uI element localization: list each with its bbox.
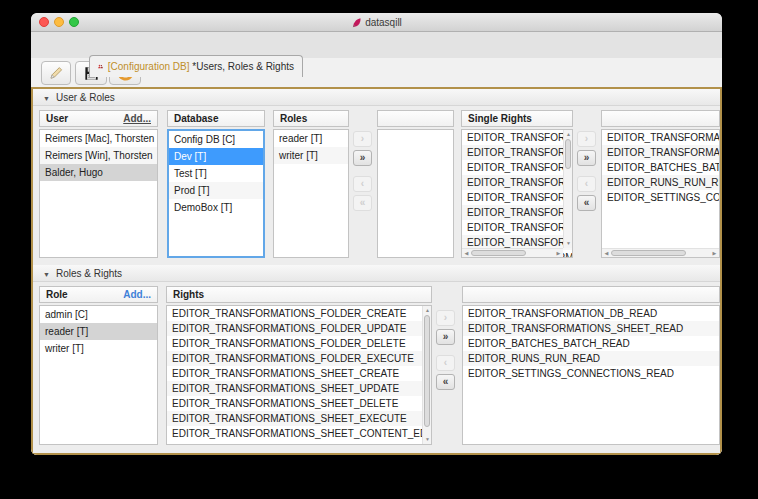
list-item[interactable]: writer [T]	[40, 340, 157, 357]
tab-document-label: *Users, Roles & Rights	[192, 61, 294, 72]
roles-move-all-right-button[interactable]: »	[353, 150, 372, 166]
scroll-right-icon[interactable]	[710, 249, 719, 258]
list-item[interactable]: EDITOR_RUNS_RUN_READ	[463, 351, 719, 366]
list-item[interactable]: Reimers [Mac], Thorsten	[40, 130, 157, 147]
window-title-text: datasqill	[365, 17, 402, 28]
rights-move-all-left-button[interactable]: «	[436, 374, 455, 390]
list-item[interactable]: EDITOR_TRANSFORMATIONS_FOLDER_EXECUTE	[462, 175, 572, 190]
scroll-down-icon[interactable]	[564, 239, 573, 248]
add-role-link[interactable]: Add...	[123, 289, 151, 300]
tab-context-label: [Configuration DB]	[108, 61, 190, 72]
single-rights-move-all-left-button[interactable]: «	[577, 195, 596, 211]
list-item[interactable]: EDITOR_TRANSFORMATIONS_FOLDER_DELETE	[167, 336, 431, 351]
list-item[interactable]: EDITOR_TRANSFORMATIONS_SHEET_DELETE	[462, 220, 572, 235]
scroll-left-icon[interactable]	[462, 249, 471, 258]
list-item[interactable]: Test [T]	[169, 165, 263, 182]
scroll-down-icon[interactable]	[423, 435, 432, 444]
scroll-up-icon[interactable]	[423, 306, 432, 315]
database-header-label: Database	[174, 113, 218, 124]
single-rights-move-all-right-button[interactable]: »	[577, 150, 596, 166]
list-item[interactable]: EDITOR_BATCHES_BATCH_READ	[463, 336, 719, 351]
role-list-header: Role Add...	[39, 286, 158, 303]
rights-move-all-right-button[interactable]: »	[436, 329, 455, 345]
single-rights-header-label: Single Rights	[468, 113, 532, 124]
rights-assigned-list[interactable]: EDITOR_TRANSFORMATION_DB_READEDITOR_TRAN…	[462, 305, 720, 445]
list-item[interactable]: EDITOR_TRANSFORMATIONS_FOLDER_DELETE	[462, 160, 572, 175]
edit-button[interactable]	[41, 61, 71, 85]
scroll-left-icon[interactable]	[602, 249, 611, 258]
rights-available-list[interactable]: EDITOR_TRANSFORMATIONS_FOLDER_CREATEEDIT…	[166, 305, 432, 445]
horizontal-scrollbar[interactable]	[602, 248, 719, 257]
single-rights-list-header: Single Rights	[461, 110, 573, 127]
list-item[interactable]: EDITOR_TRANSFORMATIONS_SHEET_CREATE	[462, 190, 572, 205]
section-title: Roles & Rights	[56, 268, 122, 279]
list-item[interactable]: EDITOR_TRANSFORMATIONS_SHEET_EXECUTE	[167, 411, 431, 426]
roles-transfer-buttons: ›»‹«	[353, 131, 373, 211]
list-item[interactable]: Dev [T]	[169, 148, 263, 165]
section-header-roles-rights[interactable]: Roles & Rights	[33, 265, 720, 282]
vertical-scrollbar[interactable]	[563, 130, 572, 248]
horizontal-scrollbar[interactable]	[462, 248, 563, 257]
list-item[interactable]: EDITOR_TRANSFORMATIONS_SHEET_DELETE	[167, 396, 431, 411]
tab-bar: [Configuration DB] *Users, Roles & Right…	[31, 32, 722, 58]
title-bar[interactable]: datasqill	[31, 13, 722, 32]
list-item[interactable]: EDITOR_TRANSFORMATIONS_SHEET_READ	[602, 145, 719, 160]
roles-move-left-button: ‹	[353, 176, 372, 192]
list-item[interactable]: Reimers [Win], Thorsten	[40, 147, 157, 164]
roles-available-list[interactable]: reader [T]writer [T]	[273, 129, 349, 258]
list-item[interactable]: EDITOR_TRANSFORMATIONS_SHEET_UPDATE	[167, 381, 431, 396]
list-item[interactable]: EDITOR_TRANSFORMATIONS_SHEET_CREATE	[167, 366, 431, 381]
rights-header-label: Rights	[173, 289, 204, 300]
list-item[interactable]: DemoBox [T]	[169, 199, 263, 216]
scrollbar-thumb[interactable]	[424, 315, 430, 427]
list-item[interactable]: EDITOR_SETTINGS_CONNECTIONS_READ	[602, 190, 719, 205]
list-item[interactable]: writer [T]	[274, 147, 348, 164]
role-list[interactable]: admin [C]reader [T]writer [T]	[39, 305, 158, 445]
rights-assigned-header	[462, 286, 720, 303]
list-item[interactable]: admin [C]	[40, 306, 157, 323]
scrollbar-thumb[interactable]	[611, 250, 686, 256]
list-item[interactable]: EDITOR_BATCHES_BATCH_READ	[602, 160, 719, 175]
rights-move-right-button: ›	[436, 310, 455, 326]
section-title: User & Roles	[56, 92, 115, 103]
role-header-label: Role	[46, 289, 68, 300]
user-list[interactable]: Reimers [Mac], ThorstenReimers [Win], Th…	[39, 129, 158, 258]
list-item[interactable]: Prod [T]	[169, 182, 263, 199]
list-item[interactable]: reader [T]	[274, 130, 348, 147]
list-item[interactable]: EDITOR_TRANSFORMATIONS_FOLDER_EXECUTE	[167, 351, 431, 366]
roles-header-label: Roles	[280, 113, 307, 124]
list-item[interactable]: EDITOR_TRANSFORMATIONS_SHEET_READ	[463, 321, 719, 336]
user-list-header: User Add...	[39, 110, 158, 127]
scrollbar-thumb[interactable]	[565, 139, 571, 169]
list-item[interactable]: EDITOR_TRANSFORMATIONS_SHEET_UPDATE	[462, 205, 572, 220]
scrollbar-thumb[interactable]	[471, 250, 526, 256]
list-item[interactable]: EDITOR_TRANSFORMATIONS_FOLDER_UPDATE	[462, 145, 572, 160]
list-item[interactable]: EDITOR_TRANSFORMATIONS_FOLDER_CREATE	[462, 130, 572, 145]
list-item[interactable]: EDITOR_TRANSFORMATIONS_FOLDER_UPDATE	[167, 321, 431, 336]
single-rights-move-right-button: ›	[577, 131, 596, 147]
pencil-icon	[47, 64, 65, 82]
add-user-link[interactable]: Add...	[123, 113, 151, 124]
single-rights-available-list[interactable]: EDITOR_TRANSFORMATIONS_FOLDER_CREATEEDIT…	[461, 129, 573, 258]
list-item[interactable]: EDITOR_TRANSFORMATION_DB_READ	[602, 130, 719, 145]
database-list[interactable]: Config DB [C]Dev [T]Test [T]Prod [T]Demo…	[167, 129, 265, 258]
tab-users-roles-rights[interactable]: [Configuration DB] *Users, Roles & Right…	[89, 55, 303, 77]
roles-move-right-button: ›	[353, 131, 372, 147]
rights-list-header: Rights	[166, 286, 432, 303]
roles-assigned-list[interactable]	[377, 129, 454, 258]
list-item[interactable]: EDITOR_TRANSFORMATION_DB_READ	[463, 306, 719, 321]
collapse-triangle-icon	[43, 92, 50, 103]
list-item[interactable]: Balder, Hugo	[40, 164, 157, 181]
list-item[interactable]: EDITOR_TRANSFORMATIONS_FOLDER_CREATE	[167, 306, 431, 321]
list-item[interactable]: EDITOR_SETTINGS_CONNECTIONS_READ	[463, 366, 719, 381]
list-item[interactable]: EDITOR_RUNS_RUN_READ	[602, 175, 719, 190]
scroll-up-icon[interactable]	[564, 130, 573, 139]
scroll-right-icon[interactable]	[554, 249, 563, 258]
list-item[interactable]: Config DB [C]	[169, 131, 263, 148]
list-item[interactable]: EDITOR_TRANSFORMATIONS_SHEET_CONTENT_EDI…	[167, 426, 431, 441]
list-item[interactable]: reader [T]	[40, 323, 157, 340]
desktop-background: datasqill [Configuration DB] *Users, Rol…	[0, 0, 758, 499]
single-rights-assigned-list[interactable]: EDITOR_TRANSFORMATION_DB_READEDITOR_TRAN…	[601, 129, 720, 258]
section-header-user-roles[interactable]: User & Roles	[33, 89, 720, 106]
vertical-scrollbar[interactable]	[422, 306, 431, 444]
